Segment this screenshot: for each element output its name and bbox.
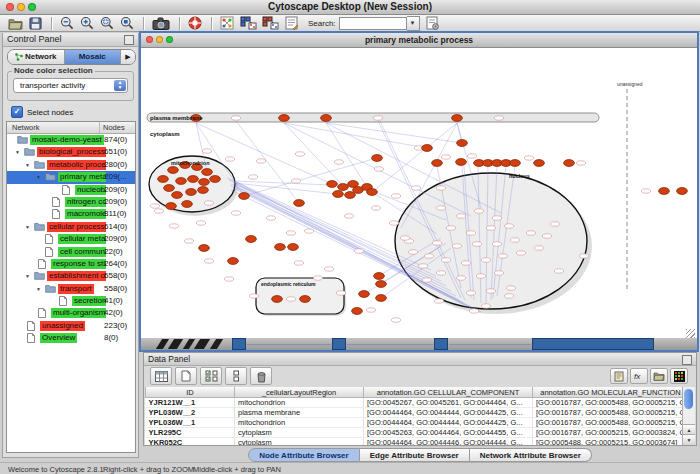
table-row[interactable]: YLR295Ccytoplasm[GO:0045263, GO:0044464,…	[146, 428, 685, 438]
tree-row[interactable]: ▼transport558(0)	[7, 283, 135, 295]
mosaic-layout-red-icon[interactable]	[260, 16, 280, 31]
graph-node-small[interactable]	[202, 149, 211, 153]
tree-row[interactable]: unassigned223(0)	[7, 320, 135, 332]
tree-row[interactable]: mosaic-demo-yeast874(0)	[7, 134, 135, 146]
zoom-in-icon[interactable]	[78, 16, 96, 31]
tree-row[interactable]: ▼biological_process651(0)	[7, 146, 135, 158]
graph-node-small[interactable]	[150, 204, 159, 208]
network-canvas[interactable]: plasma membrane cytoplasm mitochondrion …	[141, 48, 697, 338]
graph-node-small[interactable]	[374, 167, 383, 171]
table-cell[interactable]: [GO:0016787, GO:0005215, GO:0003824, G..…	[533, 428, 685, 438]
tree-col-network[interactable]: Network	[12, 123, 40, 132]
graph-node[interactable]	[272, 296, 283, 303]
table-row[interactable]: YJR121W__1mitochondrion[GO:0045267, GO:0…	[146, 398, 685, 408]
graph-node-small[interactable]	[516, 251, 525, 255]
graph-node[interactable]	[327, 181, 338, 188]
graph-node-small[interactable]	[266, 216, 275, 220]
graph-node-small[interactable]	[225, 157, 234, 161]
graph-node[interactable]	[199, 245, 210, 252]
graph-node-small[interactable]	[492, 216, 501, 220]
graph-node-small[interactable]	[474, 209, 483, 213]
attribute-browser-tab[interactable]: Network Attribute Browser	[470, 448, 592, 462]
graph-node-small[interactable]	[436, 186, 445, 190]
open-file-icon[interactable]	[6, 16, 24, 31]
graph-node[interactable]	[168, 167, 179, 174]
graph-node[interactable]	[188, 176, 199, 183]
scroll-down-icon[interactable]: ▼	[683, 434, 695, 445]
graph-node-small[interactable]	[373, 116, 382, 120]
graph-node-small[interactable]	[441, 258, 450, 262]
select-nodes-checkbox[interactable]: ✓	[11, 106, 23, 118]
graph-node-small[interactable]	[295, 152, 304, 156]
heatmap-icon[interactable]	[670, 368, 688, 384]
tree-expand-icon[interactable]: ▼	[15, 149, 20, 155]
function-builder-icon[interactable]: fx	[630, 368, 648, 384]
graph-node-small[interactable]	[481, 304, 490, 308]
graph-node-small[interactable]	[434, 299, 443, 303]
tree-row[interactable]: ▼establishment of lo558(0)	[7, 270, 135, 282]
graph-node[interactable]	[246, 236, 257, 243]
graph-node-small[interactable]	[472, 242, 481, 246]
graph-node[interactable]	[198, 187, 209, 194]
graph-node[interactable]	[534, 160, 545, 167]
search-dropdown-icon[interactable]: ▼	[407, 16, 420, 31]
table-cell[interactable]: YKR052C	[146, 438, 235, 446]
graph-node-small[interactable]	[441, 155, 450, 159]
graph-node-small[interactable]	[400, 236, 409, 240]
graph-node-small[interactable]	[542, 234, 551, 238]
resize-grip-icon[interactable]	[686, 329, 695, 338]
table-cell[interactable]: mitochondrion	[235, 398, 364, 408]
graph-node-small[interactable]	[344, 214, 353, 218]
graph-node[interactable]	[677, 188, 688, 195]
table-cell[interactable]: YLR295C	[146, 428, 235, 438]
network-window-titlebar[interactable]: primary metabolic process	[141, 33, 697, 48]
table-cell[interactable]: [GO:0044464, GO:0044444, GO:0044425, G..…	[364, 418, 533, 428]
search-options-icon[interactable]	[424, 16, 442, 31]
graph-node-small[interactable]	[481, 258, 490, 262]
graph-node-small[interactable]	[231, 116, 240, 120]
tab-mosaic[interactable]: Mosaic	[65, 50, 122, 64]
graph-node-small[interactable]	[492, 242, 501, 246]
graph-node[interactable]	[457, 140, 468, 147]
graph-node-small[interactable]	[641, 189, 650, 193]
table-row[interactable]: YKR052Ccytoplasm[GO:0044464, GO:0044446,…	[146, 438, 685, 446]
graph-node[interactable]	[176, 178, 187, 185]
table-scrollbar[interactable]: ▲ ▼	[682, 387, 695, 445]
graph-node-small[interactable]	[436, 206, 445, 210]
graph-node-small[interactable]	[371, 206, 380, 210]
table-column-header[interactable]: annotation.GO MOLECULAR_FUNCTION	[533, 387, 685, 398]
graph-node-small[interactable]	[486, 226, 495, 230]
table-cell[interactable]: YJR121W__1	[146, 398, 235, 408]
scrollbar-thumb[interactable]	[684, 389, 693, 409]
table-cell[interactable]: YPL036W__1	[146, 418, 235, 428]
table-cell[interactable]: [GO:0045267, GO:0045261, GO:0044464, G..…	[364, 398, 533, 408]
graph-node-small[interactable]	[286, 297, 295, 301]
graph-node-small[interactable]	[313, 276, 322, 280]
graph-node-small[interactable]	[554, 269, 563, 273]
zoom-out-icon[interactable]	[58, 16, 76, 31]
graph-node[interactable]	[333, 191, 344, 198]
tree-expand-icon[interactable]: ▼	[25, 224, 30, 230]
graph-node[interactable]	[202, 169, 213, 176]
table-cell[interactable]: YPL036W__2	[146, 408, 235, 418]
tree-row[interactable]: cell communicat22(0)	[7, 246, 135, 258]
graph-node[interactable]	[510, 160, 521, 167]
graph-node-small[interactable]	[432, 241, 441, 245]
graph-node-small[interactable]	[291, 179, 300, 183]
graph-node-small[interactable]	[461, 261, 470, 265]
zoom-selected-icon[interactable]	[98, 16, 116, 31]
attribute-unselect-icon[interactable]	[225, 367, 247, 385]
attribute-browser-tab[interactable]: Edge Attribute Browser	[360, 448, 470, 462]
graph-node-small[interactable]	[418, 264, 427, 268]
table-row[interactable]: YPL036W__1mitochondrion[GO:0044464, GO:0…	[146, 418, 685, 428]
graph-node[interactable]	[182, 201, 193, 208]
table-cell[interactable]: [GO:0005488, GO:0005215, GO:0003674]	[533, 438, 685, 446]
graph-node-small[interactable]	[424, 254, 433, 258]
graph-node-small[interactable]	[196, 221, 205, 225]
tree-row[interactable]: Overview8(0)	[7, 332, 135, 344]
tree-expand-icon[interactable]: ▼	[25, 273, 30, 279]
import-attributes-icon[interactable]	[610, 368, 628, 384]
graph-node-small[interactable]	[494, 271, 503, 275]
graph-node-small[interactable]	[169, 224, 178, 228]
graph-node-small[interactable]	[249, 294, 258, 298]
